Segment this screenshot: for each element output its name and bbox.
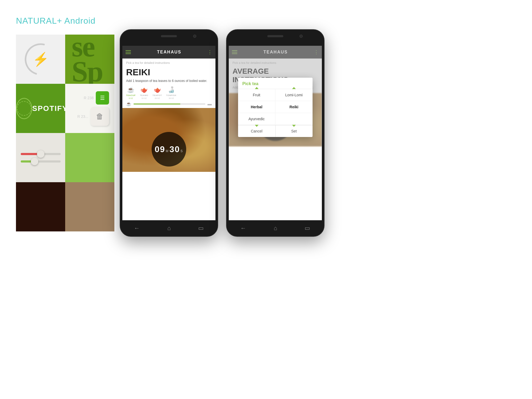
lightning-icon: ⚡: [32, 52, 49, 67]
slider-thumb-1: [37, 150, 44, 158]
phones-container: TEAHAUS ⋮ Pick a tea for detailed instru…: [120, 29, 325, 237]
volume-fill: [134, 103, 180, 105]
phone-2-camera: [300, 35, 303, 38]
up-arrow-lomi: [292, 87, 296, 89]
thumbnail-grid: ⚡ seSp SPOTIFY R 238 ☰ R 23... 🗑: [16, 35, 114, 231]
cancel-button[interactable]: Cancel: [238, 125, 276, 137]
phone1-tea-name: REIKI: [122, 67, 215, 78]
dialog-option-ayurvedic[interactable]: Ayurvedic: [238, 113, 275, 125]
spotify-label: SPOTIFY: [32, 104, 65, 113]
phone-2-screen: TEAHAUS ⋮ Pick a tea for detailed instru…: [229, 46, 322, 220]
teapot-label: TEAPOT: [152, 94, 162, 97]
timer-circle: 09 M 30 S: [152, 132, 186, 167]
teapot-oz: 28 OZ: [155, 97, 160, 99]
phone-1: TEAHAUS ⋮ Pick a tea for detailed instru…: [120, 29, 218, 237]
serif-text: seSp: [72, 35, 102, 84]
phone1-subtitle: Pick a tea for detailed instructions: [122, 59, 215, 67]
slider-green: [21, 160, 61, 163]
dialog-actions: Cancel Set: [238, 125, 313, 137]
spotify-inner-icon: [17, 101, 31, 116]
dialog-option-fruit[interactable]: Fruit: [238, 89, 275, 101]
teacup-oz: 6 OZ: [129, 97, 133, 99]
spotify-circle-icon: [16, 98, 32, 119]
thumb-lightning: ⚡: [16, 35, 65, 84]
back-button[interactable]: ←: [134, 225, 140, 232]
vessel-tonfisk[interactable]: 🍶 TONFISK 36 OZ: [166, 86, 176, 99]
set-button[interactable]: Set: [276, 125, 313, 137]
hamburger-menu-icon[interactable]: [126, 50, 131, 54]
phone2-nav-bar: ← ⌂ ▭: [227, 220, 324, 236]
phone-2-speaker: [267, 35, 283, 37]
menu-icon-btn: ☰: [96, 91, 109, 105]
teacup-label: TEACUP: [126, 94, 136, 97]
phone1-app-title: TEAHAUS: [157, 50, 181, 55]
delete-icon-btn: 🗑: [90, 107, 109, 126]
r-label-1: R 238: [84, 96, 94, 100]
dialog-option-herbal[interactable]: Herbal: [238, 101, 275, 113]
vessel-teacup[interactable]: ☕ TEACUP 6 OZ: [126, 86, 136, 99]
dialog-options-grid: Fruit Lomi-Lomi Herbal Reiki Ayur: [238, 89, 313, 125]
teamo-label: TEAMO: [140, 94, 148, 97]
dialog-option-reiki[interactable]: Reiki: [275, 101, 313, 113]
tonfisk-label: TONFISK: [166, 94, 176, 97]
phone2-content: TEAHAUS ⋮ Pick a tea for detailed instru…: [229, 46, 322, 146]
volume-track[interactable]: [134, 103, 205, 105]
timer-m-unit: M: [166, 149, 169, 153]
phone-1-speaker: [161, 35, 177, 37]
timer-s-unit: S: [181, 149, 183, 153]
tonfisk-icon: 🍶: [168, 86, 175, 93]
phone1-nav-bar: ← ⌂ ▭: [120, 220, 218, 236]
volume-end-icon: ▬: [207, 102, 212, 106]
phone2-home-button[interactable]: ⌂: [274, 225, 277, 232]
recents-button[interactable]: ▭: [198, 225, 204, 232]
thumb-green-swatch: [65, 133, 114, 182]
thumb-tan-brown-swatch: [65, 182, 114, 231]
phone-2: TEAHAUS ⋮ Pick a tea for detailed instru…: [226, 29, 325, 237]
phone-1-screen: TEAHAUS ⋮ Pick a tea for detailed instru…: [122, 46, 215, 220]
dots-menu-icon[interactable]: ⋮: [207, 49, 212, 55]
thumb-dark-brown-swatch: [16, 182, 65, 231]
volume-small-icon: ☕: [126, 101, 131, 106]
thumb-ui-controls: R 238 ☰ R 23... 🗑: [65, 84, 114, 133]
thumb-serif-text: seSp: [65, 35, 114, 84]
dialog-overlay: Pick tea Fruit Lomi-Lomi: [229, 46, 322, 146]
phone1-volume-bar: ☕ ▬: [122, 101, 215, 108]
vessel-teapot[interactable]: 🫖 TEAPOT 28 OZ: [152, 86, 162, 99]
tonfisk-oz: 36 OZ: [169, 97, 174, 99]
thumb-sliders: [16, 133, 65, 182]
teacup-icon: ☕: [127, 86, 134, 93]
timer-display: 09 M 30 S: [155, 144, 183, 154]
teapot-icon: 🫖: [154, 86, 161, 93]
teamo-oz: 16 OZ: [142, 97, 147, 99]
page-title: NATURAL+ Android: [16, 16, 95, 26]
phone-1-camera: [193, 35, 196, 38]
slider-thumb-2: [31, 158, 38, 165]
timer-minutes: 09: [155, 144, 165, 154]
dialog-title: Pick tea: [238, 78, 313, 89]
timer-seconds: 30: [169, 144, 180, 154]
thumb-spotify: SPOTIFY: [16, 84, 65, 133]
teamo-icon: 🫖: [140, 86, 148, 93]
vessel-teamo[interactable]: 🫖 TEAMO 16 OZ: [140, 86, 148, 99]
down-arrow-empty: [292, 125, 296, 127]
slider-red: [21, 153, 61, 155]
phone1-tea-desc: Add 1 teaspoon of tea leaves to 6 ounces…: [122, 78, 215, 86]
dialog-option-empty[interactable]: [275, 113, 313, 125]
home-button[interactable]: ⌂: [167, 225, 171, 232]
phone1-tea-image: 09 M 30 S: [122, 108, 215, 172]
pick-tea-dialog: Pick tea Fruit Lomi-Lomi: [238, 78, 313, 137]
r-label-2: R 23...: [77, 114, 88, 119]
phone1-timer[interactable]: 09 M 30 S: [152, 132, 186, 167]
phone2-back-button[interactable]: ←: [240, 225, 246, 232]
up-arrow-fruit: [255, 87, 259, 89]
phone1-vessel-row: ☕ TEACUP 6 OZ 🫖 TEAMO 16 OZ 🫖 TEAPOT 28 …: [122, 86, 215, 99]
phone2-recents-button[interactable]: ▭: [305, 225, 310, 232]
down-arrow-ayurvedic: [255, 125, 259, 127]
phone1-app-bar: TEAHAUS ⋮: [122, 46, 215, 59]
dialog-option-lomi-lomi[interactable]: Lomi-Lomi: [275, 89, 313, 101]
